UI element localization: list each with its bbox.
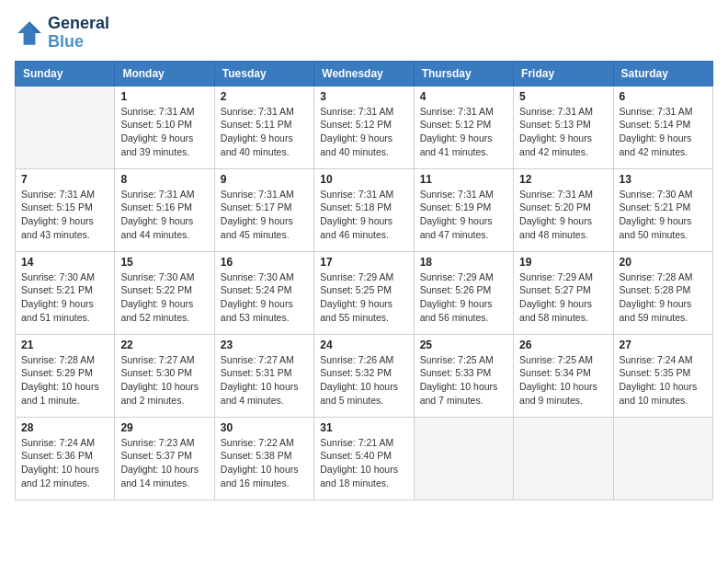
logo-icon: [15, 18, 44, 48]
day-info: Sunrise: 7:31 AM Sunset: 5:18 PM Dayligh…: [320, 188, 407, 242]
day-info: Sunrise: 7:24 AM Sunset: 5:36 PM Dayligh…: [21, 436, 108, 490]
calendar-cell: 15Sunrise: 7:30 AM Sunset: 5:22 PM Dayli…: [115, 251, 214, 334]
day-number: 10: [320, 173, 407, 186]
day-info: Sunrise: 7:31 AM Sunset: 5:14 PM Dayligh…: [620, 105, 707, 159]
calendar-cell: 30Sunrise: 7:22 AM Sunset: 5:38 PM Dayli…: [214, 417, 313, 500]
day-number: 6: [620, 90, 707, 103]
day-info: Sunrise: 7:23 AM Sunset: 5:37 PM Dayligh…: [120, 436, 208, 490]
day-number: 5: [519, 90, 607, 103]
day-number: 24: [320, 339, 407, 351]
calendar-cell: 13Sunrise: 7:30 AM Sunset: 5:21 PM Dayli…: [613, 168, 712, 251]
day-number: 2: [221, 90, 308, 103]
day-info: Sunrise: 7:24 AM Sunset: 5:35 PM Dayligh…: [620, 353, 707, 408]
calendar-cell: 24Sunrise: 7:26 AM Sunset: 5:32 PM Dayli…: [314, 334, 414, 417]
calendar-cell: 20Sunrise: 7:28 AM Sunset: 5:28 PM Dayli…: [613, 251, 712, 334]
day-info: Sunrise: 7:29 AM Sunset: 5:25 PM Dayligh…: [320, 270, 407, 325]
week-row-1: 1Sunrise: 7:31 AM Sunset: 5:10 PM Daylig…: [16, 86, 713, 168]
calendar-cell: 19Sunrise: 7:29 AM Sunset: 5:27 PM Dayli…: [514, 251, 613, 334]
day-number: 8: [120, 173, 208, 186]
day-number: 30: [221, 421, 308, 434]
calendar-cell: 22Sunrise: 7:27 AM Sunset: 5:30 PM Dayli…: [115, 334, 214, 417]
calendar-cell: 11Sunrise: 7:31 AM Sunset: 5:19 PM Dayli…: [414, 168, 513, 251]
day-header-sunday: Sunday: [16, 61, 115, 86]
day-info: Sunrise: 7:25 AM Sunset: 5:33 PM Dayligh…: [420, 353, 507, 408]
calendar-header: SundayMondayTuesdayWednesdayThursdayFrid…: [16, 61, 713, 86]
day-info: Sunrise: 7:21 AM Sunset: 5:40 PM Dayligh…: [320, 436, 407, 490]
header-row: SundayMondayTuesdayWednesdayThursdayFrid…: [16, 61, 713, 86]
calendar-table: SundayMondayTuesdayWednesdayThursdayFrid…: [15, 61, 713, 500]
calendar-cell: 14Sunrise: 7:30 AM Sunset: 5:21 PM Dayli…: [16, 251, 115, 334]
day-info: Sunrise: 7:31 AM Sunset: 5:10 PM Dayligh…: [120, 105, 208, 159]
calendar-cell: 18Sunrise: 7:29 AM Sunset: 5:26 PM Dayli…: [414, 251, 513, 334]
day-number: 29: [120, 421, 208, 434]
day-info: Sunrise: 7:30 AM Sunset: 5:22 PM Dayligh…: [120, 270, 208, 325]
day-info: Sunrise: 7:30 AM Sunset: 5:21 PM Dayligh…: [21, 270, 108, 325]
calendar-cell: 17Sunrise: 7:29 AM Sunset: 5:25 PM Dayli…: [314, 251, 414, 334]
logo: General Blue: [15, 15, 109, 52]
day-number: 4: [420, 90, 507, 103]
day-number: 28: [21, 421, 108, 434]
calendar-cell: 5Sunrise: 7:31 AM Sunset: 5:13 PM Daylig…: [514, 86, 613, 168]
day-header-saturday: Saturday: [613, 61, 712, 86]
calendar-cell: [613, 417, 712, 500]
day-number: 26: [519, 339, 607, 351]
day-number: 16: [221, 256, 308, 269]
calendar-cell: 21Sunrise: 7:28 AM Sunset: 5:29 PM Dayli…: [16, 334, 115, 417]
calendar-cell: 10Sunrise: 7:31 AM Sunset: 5:18 PM Dayli…: [314, 168, 414, 251]
day-number: 11: [420, 173, 507, 186]
calendar-cell: 2Sunrise: 7:31 AM Sunset: 5:11 PM Daylig…: [214, 86, 313, 168]
day-number: 19: [519, 256, 607, 269]
day-header-thursday: Thursday: [414, 61, 513, 86]
day-info: Sunrise: 7:31 AM Sunset: 5:11 PM Dayligh…: [221, 105, 308, 159]
day-number: 21: [21, 339, 108, 351]
calendar-cell: 12Sunrise: 7:31 AM Sunset: 5:20 PM Dayli…: [514, 168, 613, 251]
day-info: Sunrise: 7:31 AM Sunset: 5:13 PM Dayligh…: [519, 105, 607, 159]
week-row-5: 28Sunrise: 7:24 AM Sunset: 5:36 PM Dayli…: [16, 417, 713, 500]
day-info: Sunrise: 7:25 AM Sunset: 5:34 PM Dayligh…: [519, 353, 607, 408]
calendar-cell: 31Sunrise: 7:21 AM Sunset: 5:40 PM Dayli…: [314, 417, 414, 500]
calendar-body: 1Sunrise: 7:31 AM Sunset: 5:10 PM Daylig…: [16, 86, 713, 500]
day-header-monday: Monday: [115, 61, 214, 86]
day-info: Sunrise: 7:27 AM Sunset: 5:31 PM Dayligh…: [221, 353, 308, 408]
calendar-cell: 3Sunrise: 7:31 AM Sunset: 5:12 PM Daylig…: [314, 86, 414, 168]
calendar-cell: 23Sunrise: 7:27 AM Sunset: 5:31 PM Dayli…: [214, 334, 313, 417]
day-number: 12: [519, 173, 607, 186]
day-number: 13: [620, 173, 707, 186]
calendar-cell: 16Sunrise: 7:30 AM Sunset: 5:24 PM Dayli…: [214, 251, 313, 334]
calendar-cell: 4Sunrise: 7:31 AM Sunset: 5:12 PM Daylig…: [414, 86, 513, 168]
day-info: Sunrise: 7:29 AM Sunset: 5:27 PM Dayligh…: [519, 270, 607, 325]
page-header: General Blue: [15, 15, 713, 52]
day-number: 23: [221, 339, 308, 351]
day-info: Sunrise: 7:28 AM Sunset: 5:29 PM Dayligh…: [21, 353, 108, 408]
day-info: Sunrise: 7:28 AM Sunset: 5:28 PM Dayligh…: [620, 270, 707, 325]
day-header-wednesday: Wednesday: [314, 61, 414, 86]
day-info: Sunrise: 7:31 AM Sunset: 5:16 PM Dayligh…: [120, 188, 208, 242]
logo-text: General Blue: [48, 15, 109, 52]
day-info: Sunrise: 7:31 AM Sunset: 5:15 PM Dayligh…: [21, 188, 108, 242]
calendar-cell: 26Sunrise: 7:25 AM Sunset: 5:34 PM Dayli…: [514, 334, 613, 417]
week-row-3: 14Sunrise: 7:30 AM Sunset: 5:21 PM Dayli…: [16, 251, 713, 334]
day-number: 9: [221, 173, 308, 186]
calendar-cell: 6Sunrise: 7:31 AM Sunset: 5:14 PM Daylig…: [613, 86, 712, 168]
day-info: Sunrise: 7:31 AM Sunset: 5:12 PM Dayligh…: [320, 105, 407, 159]
calendar-cell: 25Sunrise: 7:25 AM Sunset: 5:33 PM Dayli…: [414, 334, 513, 417]
day-number: 27: [620, 339, 707, 351]
day-number: 20: [620, 256, 707, 269]
day-header-friday: Friday: [514, 61, 613, 86]
day-number: 17: [320, 256, 407, 269]
day-info: Sunrise: 7:26 AM Sunset: 5:32 PM Dayligh…: [320, 353, 407, 408]
calendar-cell: [514, 417, 613, 500]
day-number: 31: [320, 421, 407, 434]
day-info: Sunrise: 7:31 AM Sunset: 5:17 PM Dayligh…: [221, 188, 308, 242]
day-info: Sunrise: 7:27 AM Sunset: 5:30 PM Dayligh…: [120, 353, 208, 408]
day-info: Sunrise: 7:31 AM Sunset: 5:12 PM Dayligh…: [420, 105, 507, 159]
calendar-cell: 29Sunrise: 7:23 AM Sunset: 5:37 PM Dayli…: [115, 417, 214, 500]
day-header-tuesday: Tuesday: [214, 61, 313, 86]
day-number: 22: [120, 339, 208, 351]
day-number: 14: [21, 256, 108, 269]
calendar-cell: [16, 86, 115, 168]
day-info: Sunrise: 7:29 AM Sunset: 5:26 PM Dayligh…: [420, 270, 507, 325]
day-info: Sunrise: 7:30 AM Sunset: 5:21 PM Dayligh…: [620, 188, 707, 242]
day-number: 1: [120, 90, 208, 103]
day-number: 3: [320, 90, 407, 103]
